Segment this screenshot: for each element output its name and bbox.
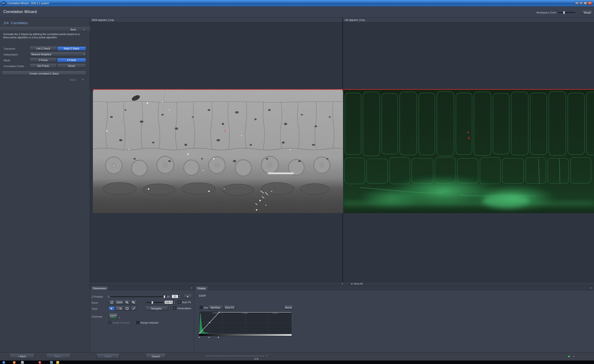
navigator-button[interactable]: Navigator [145,306,168,311]
interpolation-checkbox[interactable]: ✓ Interpolation [173,307,191,310]
close-button[interactable]: × [587,2,592,5]
wizard-cancel-button[interactable]: Cancel [146,354,166,359]
crop-tool-button[interactable] [124,306,130,311]
display-reset-button[interactable]: Reset [284,305,293,310]
set-points-button[interactable]: Set Points [29,64,57,68]
histogram-gradient-bar [199,334,292,336]
dimensions-tabrow: Dimensions ▼ [90,286,194,290]
status-indicator-icon [568,355,570,357]
wizard-next-button: Next > [46,354,70,359]
mode-4points-button[interactable]: 4 Points [57,58,86,62]
back-collapse-header[interactable]: Back ▲ [0,27,90,32]
chevron-down-icon[interactable]: ▼ [82,79,84,81]
cursor-icon [110,307,113,310]
wizard-back-button[interactable]: < Back [10,354,34,359]
line-tool-button[interactable] [130,306,136,311]
histogram-art [199,311,292,334]
channel-dropdown-icon[interactable]: ▼ [119,317,120,319]
create-correlated-zstack-button[interactable]: Create correlated Z-Stack [2,71,86,76]
zoom-100-button[interactable]: 100% [115,300,123,304]
z-min-label: 1 [108,295,109,298]
channel-egfp-button[interactable]: EGFP [109,313,118,319]
tab-dimensions[interactable]: Dimensions [91,286,108,290]
gamma-handle[interactable]: ▲ [208,336,210,338]
taskbar-app-icon[interactable] [13,361,16,364]
bottom-dock: Dimensions ▼ Z-Position 1 21 21 ▲▼ ▶ Zoo… [90,286,594,352]
sem-micrograph-art [93,89,343,213]
minimize-button[interactable]: – [579,2,583,5]
workspace-zoom-reset-button[interactable]: Reset [582,11,593,15]
sem-correlation-point-cross: × [224,126,225,129]
dimensions-panel: Dimensions ▼ Z-Position 1 21 21 ▲▼ ▶ Zoo… [90,286,194,352]
range-indicator-checkbox[interactable]: Range Indicator [136,321,159,324]
zoom-reset-button[interactable] [109,300,115,304]
workspace-zoom-slider[interactable] [558,12,575,13]
display-histogram[interactable]: 0.000 0.500 1.000 [199,311,292,334]
page-title: Correlation Wizard [3,9,37,14]
workspace-zoom-thumb[interactable] [563,11,565,14]
sem-image[interactable]: × 4 [93,89,343,213]
zoom-region-tool-button[interactable] [115,306,123,311]
zoom-slider[interactable] [147,302,163,303]
spinner-down-icon: ▼ [173,302,176,304]
z-position-label: Z-Position [92,295,103,298]
zoom-spinner[interactable]: ▲▼ [173,300,176,304]
windows-taskbar[interactable] [0,361,594,364]
z-position-thumb[interactable] [163,295,165,298]
black-point-handle[interactable]: ▲ [198,336,200,338]
taskbar-app-icon[interactable] [50,361,53,364]
channels-label: Channels [92,315,102,318]
left-zstack-button[interactable]: Left Z-Stack [29,47,57,51]
reset-points-button[interactable]: Reset [57,64,86,68]
maximize-icon [585,3,586,4]
best-fit-button[interactable]: Best Fit [224,305,235,310]
spinner-down-icon: ▼ [179,297,181,298]
mode-label: Mode [4,59,10,62]
zoom-thumb[interactable] [151,301,153,304]
right-zstack-button[interactable]: Right Z-Stack [57,47,86,51]
z-position-spinner[interactable]: ▲▼ [179,295,181,298]
progress-collapse-icon[interactable]: ▲ [266,355,268,356]
panel-collapse-chevron-icon[interactable]: ▼ [342,283,343,285]
display-tab-chevron-icon[interactable]: ▼ [590,287,592,289]
chevron-down-icon[interactable]: ▼ [82,53,86,56]
step-title: 2/4Correlation [4,21,28,25]
show-all-icon: ⊕ [351,283,353,285]
next-collapsed-label[interactable]: Next [70,78,75,81]
taskbar-app-icon[interactable] [38,361,41,364]
zoom-in-button[interactable] [130,300,136,304]
histogram-tick: 1.000 [272,312,277,314]
mode-3points-button[interactable]: 3 Points [29,58,57,62]
statusbar-expand-icon[interactable]: ▲ [573,355,575,357]
zoom-out-button[interactable] [124,300,130,304]
start-orb-icon[interactable] [2,361,5,364]
z-position-input[interactable]: 21 [172,295,178,298]
lm-correlation-point-number: 4 [467,135,470,141]
maximize-button[interactable] [583,2,587,5]
lm-image[interactable]: × 4 [344,89,594,213]
zoom-value-input[interactable]: 108 % [164,300,173,304]
workspace-zoom-label: Workspace Zoom [536,11,556,14]
tools-label: Tools [92,307,98,310]
spinner-up-icon: ▲ [173,300,176,302]
tab-display[interactable]: Display [195,286,208,290]
min-max-button[interactable]: Min/Max [208,305,223,310]
cursor-tool-button[interactable] [109,306,115,311]
help-button[interactable]: ? [575,2,579,5]
taskbar-app-icon[interactable] [21,361,24,364]
titlebar[interactable]: ZEN Correlation Wizard - ZEN 2.1 system … [0,0,594,7]
z-play-button[interactable]: ▶ [184,295,192,298]
white-point-handle[interactable]: ▲ [217,336,219,338]
auto-checkbox[interactable]: Auto [200,306,209,309]
taskbar-folder-icon[interactable] [56,361,59,364]
sem-viewer: SEM aligniert_Crop [90,18,343,282]
zoom-region-icon [117,307,122,310]
dimensions-tab-chevron-icon[interactable]: ▼ [191,287,193,289]
interpolation-select[interactable]: Nearest Neighbor ▼ [29,52,86,56]
auto-fit-checkbox[interactable]: ✓ Auto Fit [178,301,191,304]
correlation-points-label: Correlation Points [4,65,24,67]
transform-label: Transform [4,47,15,50]
chevron-up-icon[interactable]: ▲ [83,28,85,30]
z-position-slider[interactable] [111,296,166,297]
show-all-toggle[interactable]: ⊕ Show All [351,283,363,285]
